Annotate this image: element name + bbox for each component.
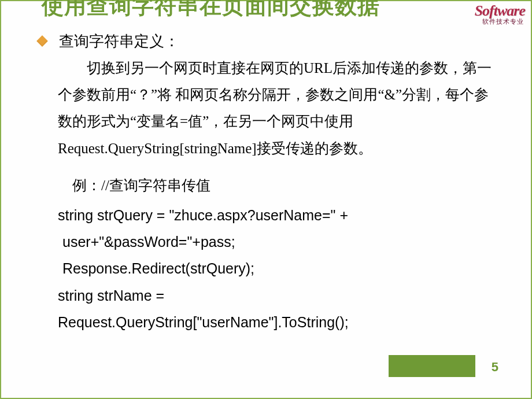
footer-accent-block	[389, 355, 475, 377]
definition-paragraph: 切换到另一个网页时直接在网页的URL后添加传递的参数，第一个参数前用“？”将 和…	[38, 55, 496, 162]
code-block: string strQuery = "zhuce.aspx?userName="…	[38, 202, 496, 335]
logo-subtitle: 软件技术专业	[475, 17, 525, 26]
slide: Software 软件技术专业 使用查询字符串在页面间交换数据 查询字符串定义：…	[0, 0, 532, 399]
diamond-bullet-icon	[36, 35, 48, 47]
section-heading: 查询字符串定义：	[59, 31, 179, 51]
code-line-5: Request.QueryString["userName"].ToString…	[58, 309, 496, 335]
logo: Software 软件技术专业	[475, 2, 525, 26]
slide-body: 查询字符串定义： 切换到另一个网页时直接在网页的URL后添加传递的参数，第一个参…	[1, 19, 531, 335]
slide-title: 使用查询字符串在页面间交换数据	[1, 0, 531, 19]
code-line-2-text: user+"&passWord="+pass;	[58, 228, 235, 255]
code-line-3: Response.Redirect(strQuery);	[58, 255, 496, 282]
code-line-4: string strName =	[58, 282, 496, 309]
page-number: 5	[492, 360, 498, 375]
example-label: 例：//查询字符串传值	[38, 176, 496, 195]
code-line-2: user+"&passWord="+pass;	[58, 228, 496, 255]
code-line-1: string strQuery = "zhuce.aspx?userName="…	[58, 202, 496, 228]
bullet-heading-row: 查询字符串定义：	[38, 31, 496, 51]
code-line-3-text: Response.Redirect(strQuery);	[58, 255, 254, 282]
